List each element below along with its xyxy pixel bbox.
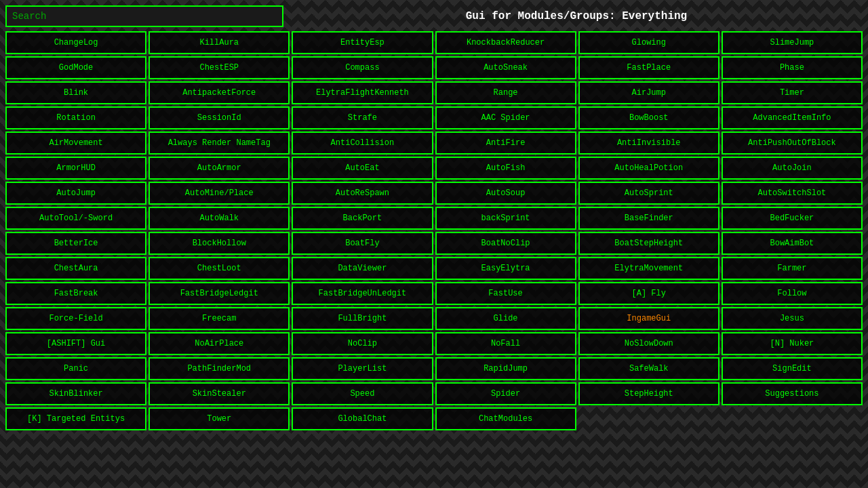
module-button[interactable]: FastBridgeLedgit — [149, 282, 290, 305]
module-button[interactable]: PathFinderMod — [149, 357, 290, 380]
module-button[interactable]: AutoSprint — [578, 182, 719, 205]
module-button[interactable]: Glowing — [578, 31, 719, 54]
module-button[interactable]: AntiInvisible — [578, 131, 719, 155]
module-button[interactable]: Range — [435, 81, 576, 104]
module-button[interactable]: BaseFinder — [578, 207, 719, 230]
module-button[interactable]: ChestESP — [149, 56, 290, 79]
module-button[interactable]: AntiPushOutOfBlock — [722, 131, 863, 155]
module-button[interactable]: AutoFish — [435, 157, 576, 180]
module-button[interactable]: Timer — [722, 81, 863, 104]
module-button[interactable]: DataViewer — [292, 257, 433, 280]
module-button[interactable]: BlockHollow — [149, 232, 290, 255]
module-button[interactable]: ChangeLog — [5, 31, 146, 54]
module-button[interactable]: SessionId — [149, 106, 290, 129]
module-button[interactable]: AutoJump — [5, 182, 146, 205]
module-button[interactable]: ArmorHUD — [5, 157, 146, 180]
module-grid: ChangeLogKillAuraEntityEspKnockbackReduc… — [5, 31, 863, 430]
module-button[interactable]: Phase — [722, 56, 863, 79]
module-button[interactable]: AntiFire — [435, 131, 576, 155]
module-button[interactable]: AdvancedItemInfo — [722, 106, 863, 129]
module-button[interactable]: ChestLoot — [149, 257, 290, 280]
module-button[interactable]: GlobalChat — [292, 407, 433, 430]
module-button[interactable]: NoFall — [435, 332, 576, 355]
module-button[interactable]: AirJump — [578, 81, 719, 104]
module-button[interactable]: [N] Nuker — [722, 332, 863, 355]
module-button[interactable]: NoClip — [292, 332, 433, 355]
module-button[interactable]: Speed — [292, 382, 433, 405]
module-button[interactable]: Blink — [5, 81, 146, 104]
module-button[interactable]: SkinBlinker — [5, 382, 146, 405]
module-button[interactable]: BoatFly — [292, 232, 433, 255]
module-button[interactable]: BedFucker — [722, 207, 863, 230]
module-button[interactable]: ElytraFlightKenneth — [292, 81, 433, 104]
module-button[interactable]: ElytraMovement — [578, 257, 719, 280]
module-button[interactable]: FastBreak — [5, 282, 146, 305]
module-button[interactable]: BowBoost — [578, 106, 719, 129]
module-button[interactable]: Strafe — [292, 106, 433, 129]
module-button[interactable]: BoatStepHeight — [578, 232, 719, 255]
page-title: Gui for Modules/Groups: Everything — [290, 10, 863, 22]
module-button[interactable]: SignEdit — [722, 357, 863, 380]
module-button[interactable]: AutoSoup — [435, 182, 576, 205]
module-button[interactable]: ChatModules — [435, 407, 576, 430]
module-button[interactable]: AutoTool/-Sword — [5, 207, 146, 230]
module-button[interactable]: KillAura — [149, 31, 290, 54]
module-button[interactable]: AutoReSpawn — [292, 182, 433, 205]
module-button[interactable]: AntipacketForce — [149, 81, 290, 104]
module-button[interactable]: Compass — [292, 56, 433, 79]
module-button[interactable]: EntityEsp — [292, 31, 433, 54]
header: Gui for Modules/Groups: Everything — [5, 5, 863, 27]
module-button[interactable]: EasyElytra — [435, 257, 576, 280]
module-button[interactable]: AutoSwitchSlot — [722, 182, 863, 205]
search-input[interactable] — [5, 5, 283, 27]
module-button[interactable]: SlimeJump — [722, 31, 863, 54]
module-button[interactable]: ChestAura — [5, 257, 146, 280]
module-button[interactable]: Farmer — [722, 257, 863, 280]
module-button[interactable]: Follow — [722, 282, 863, 305]
module-button[interactable]: Spider — [435, 382, 576, 405]
module-button[interactable]: Glide — [435, 307, 576, 330]
module-button[interactable]: FastPlace — [578, 56, 719, 79]
module-button[interactable]: Force-Field — [5, 307, 146, 330]
module-button[interactable]: BoatNoClip — [435, 232, 576, 255]
module-button[interactable]: AutoMine/Place — [149, 182, 290, 205]
module-button[interactable]: Rotation — [5, 106, 146, 129]
module-button[interactable]: FastBridgeUnLedgit — [292, 282, 433, 305]
module-button[interactable]: SkinStealer — [149, 382, 290, 405]
module-button[interactable]: AntiCollision — [292, 131, 433, 155]
module-button[interactable]: AutoWalk — [149, 207, 290, 230]
module-button[interactable]: Freecam — [149, 307, 290, 330]
module-button[interactable]: backSprint — [435, 207, 576, 230]
module-button[interactable]: AAC Spider — [435, 106, 576, 129]
module-button[interactable]: NoAirPlace — [149, 332, 290, 355]
module-button[interactable]: AutoHealPotion — [578, 157, 719, 180]
module-button[interactable]: IngameGui — [578, 307, 719, 330]
module-button[interactable]: FullBright — [292, 307, 433, 330]
module-button[interactable]: BetterIce — [5, 232, 146, 255]
module-button[interactable]: KnockbackReducer — [435, 31, 576, 54]
module-button[interactable]: [ASHIFT] Gui — [5, 332, 146, 355]
module-button[interactable]: AutoEat — [292, 157, 433, 180]
module-button[interactable]: Always Render NameTag — [149, 131, 290, 155]
module-button[interactable]: Jesus — [722, 307, 863, 330]
module-button[interactable]: StepHeight — [578, 382, 719, 405]
module-button[interactable]: AutoArmor — [149, 157, 290, 180]
module-button[interactable]: PlayerList — [292, 357, 433, 380]
module-button[interactable]: Suggestions — [722, 382, 863, 405]
module-button[interactable]: BowAimBot — [722, 232, 863, 255]
module-button[interactable]: SafeWalk — [578, 357, 719, 380]
module-button[interactable]: Panic — [5, 357, 146, 380]
module-button[interactable]: NoSlowDown — [578, 332, 719, 355]
module-button[interactable]: [A] Fly — [578, 282, 719, 305]
module-button[interactable]: AirMovement — [5, 131, 146, 155]
module-button[interactable]: FastUse — [435, 282, 576, 305]
module-button[interactable]: AutoSneak — [435, 56, 576, 79]
module-button[interactable]: GodMode — [5, 56, 146, 79]
module-button[interactable]: BackPort — [292, 207, 433, 230]
module-button[interactable]: RapidJump — [435, 357, 576, 380]
module-button[interactable]: AutoJoin — [722, 157, 863, 180]
module-button[interactable]: [K] Targeted Entitys — [5, 407, 146, 430]
module-button[interactable]: Tower — [149, 407, 290, 430]
